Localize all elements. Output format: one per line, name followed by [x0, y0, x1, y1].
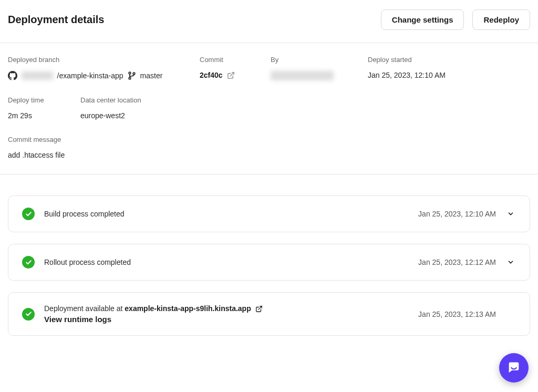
deployed-card: Deployment available at example-kinsta-a… — [8, 292, 530, 336]
rollout-card[interactable]: Rollout process completed Jan 25, 2023, … — [8, 244, 530, 281]
check-icon — [22, 208, 35, 220]
datacenter-value: europe-west2 — [80, 111, 196, 120]
build-card[interactable]: Build process completed Jan 25, 2023, 12… — [8, 195, 530, 232]
check-icon — [22, 256, 35, 269]
svg-point-1 — [129, 77, 131, 79]
deploy-time-label: Deploy time — [8, 96, 80, 104]
deployment-details: Deployed branch ██████ /example-kinsta-a… — [0, 43, 538, 174]
datacenter-field: Data center location europe-west2 — [80, 96, 196, 120]
by-label: By — [271, 56, 368, 64]
branch-icon — [128, 71, 136, 80]
change-settings-button[interactable]: Change settings — [381, 9, 464, 30]
deployed-branch-field: Deployed branch ██████ /example-kinsta-a… — [8, 56, 200, 80]
repo-owner-redacted: ██████ — [22, 71, 53, 80]
external-link-icon[interactable] — [255, 305, 263, 313]
rollout-time: Jan 25, 2023, 12:12 AM — [418, 258, 496, 266]
github-icon — [8, 71, 17, 80]
check-icon — [22, 308, 35, 321]
deployment-timeline: Build process completed Jan 25, 2023, 12… — [0, 174, 538, 346]
commit-label: Commit — [200, 56, 271, 64]
view-runtime-logs-link[interactable]: View runtime logs — [44, 315, 409, 324]
rollout-text: Rollout process completed — [44, 258, 409, 266]
datacenter-label: Data center location — [80, 96, 196, 104]
deployed-time: Jan 25, 2023, 12:13 AM — [418, 310, 496, 318]
external-link-icon[interactable] — [227, 71, 235, 79]
build-time: Jan 25, 2023, 12:10 AM — [418, 210, 496, 218]
deploy-time-value: 2m 29s — [8, 111, 80, 120]
svg-point-0 — [129, 72, 131, 74]
commit-field: Commit 2cf40c — [200, 56, 271, 80]
deploy-started-field: Deploy started Jan 25, 2023, 12:10 AM — [368, 56, 483, 80]
deploy-started-value: Jan 25, 2023, 12:10 AM — [368, 71, 483, 79]
page-title: Deployment details — [8, 14, 104, 26]
deployed-branch-label: Deployed branch — [8, 56, 200, 64]
deployed-prefix: Deployment available at — [44, 304, 125, 313]
branch-name: master — [140, 71, 163, 80]
by-value-redacted: ██████████ — [271, 71, 334, 80]
deployment-url[interactable]: example-kinsta-app-s9lih.kinsta.app — [125, 304, 251, 313]
build-text: Build process completed — [44, 210, 409, 218]
svg-line-4 — [258, 306, 261, 310]
page-header: Deployment details Change settings Redep… — [0, 0, 538, 43]
chevron-down-icon[interactable] — [505, 210, 516, 218]
commit-message-value: add .htaccess file — [8, 151, 530, 159]
commit-message-field: Commit message add .htaccess file — [8, 136, 530, 159]
commit-message-label: Commit message — [8, 136, 530, 143]
chevron-down-icon[interactable] — [505, 259, 516, 266]
commit-hash[interactable]: 2cf40c — [200, 71, 223, 79]
deploy-time-field: Deploy time 2m 29s — [8, 96, 80, 120]
by-field: By ██████████ — [271, 56, 368, 80]
svg-line-3 — [230, 72, 234, 76]
redeploy-button[interactable]: Redeploy — [472, 9, 530, 30]
repo-path: /example-kinsta-app — [57, 71, 123, 80]
chat-button[interactable] — [499, 353, 529, 383]
deploy-started-label: Deploy started — [368, 56, 483, 64]
header-actions: Change settings Redeploy — [381, 9, 530, 30]
svg-point-2 — [133, 73, 135, 75]
